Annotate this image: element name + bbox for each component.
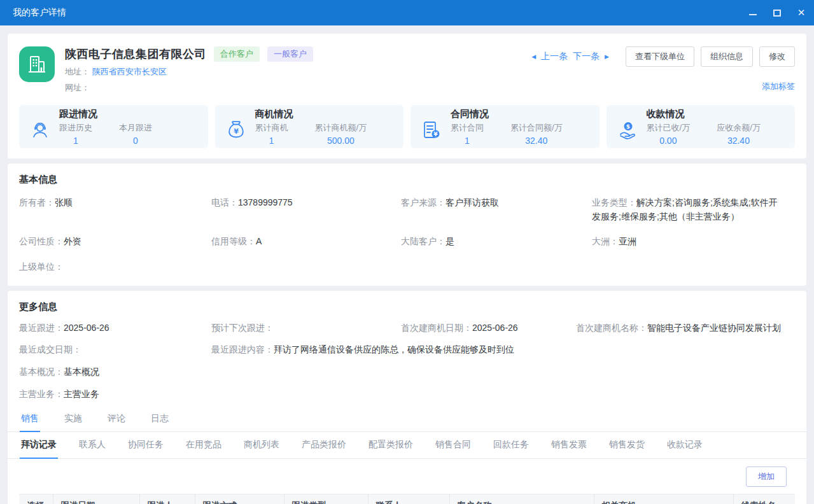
minimize-icon[interactable] [748, 8, 758, 18]
detail-card: 更多信息 最近跟进：2025-06-26 预计下次跟进： 首次建商机日期：202… [8, 291, 806, 504]
phone-label: 电话： [211, 197, 238, 207]
metric-label: 累计已收/万 [647, 122, 691, 134]
phone-value: 13789999775 [238, 197, 293, 207]
sub-tab-bar: 拜访记录 联系人 协同任务 在用竞品 商机列表 产品类报价 配置类报价 销售合同… [8, 432, 806, 459]
subtab-competitors[interactable]: 在用竞品 [185, 432, 223, 458]
metric-label: 累计商机 [255, 122, 288, 134]
follow-content-value: 拜访了网络通信设备供应的陈总，确保设备供应能够及时到位 [274, 344, 514, 354]
continent-label: 大洲： [592, 236, 619, 246]
subtab-config-quotes[interactable]: 配置类报价 [367, 432, 414, 458]
metric-value: 0 [119, 136, 152, 146]
website-label: 网址： [65, 83, 90, 92]
contract-icon: ¥ [421, 120, 442, 140]
credit-label: 信用等级： [211, 236, 256, 246]
subtab-payment-tasks[interactable]: 回款任务 [492, 432, 530, 458]
col-select: 选择 [19, 494, 53, 504]
next-record-link[interactable]: 下一条 [573, 51, 600, 62]
page-body: 陕西电子信息集团有限公司 合作客户 一般客户 地址： 陕西省西安市长安区 网址：… [0, 25, 814, 504]
company-nature-label: 公司性质： [19, 236, 64, 246]
col-follow-date: 跟进日期 [53, 494, 139, 504]
owner-value: 张顺 [55, 197, 73, 207]
tag-partner-customer: 合作客户 [214, 46, 260, 62]
address-link[interactable]: 陕西省西安市长安区 [92, 67, 167, 76]
subtab-payment-records[interactable]: 收款记录 [666, 432, 704, 458]
profile-value: 基本概况 [64, 367, 99, 377]
collect-payment-icon: $ [617, 120, 638, 140]
first-opp-name-value: 智能电子设备产业链协同发展计划 [647, 323, 781, 333]
metric-label: 累计合同额/万 [510, 122, 563, 134]
first-opp-date-label: 首次建商机日期： [401, 323, 472, 333]
col-related-opportunity: 相关商机 [594, 494, 733, 504]
svg-text:¥: ¥ [434, 131, 438, 137]
tab-implementation[interactable]: 实施 [63, 409, 83, 431]
last-follow-label: 最近跟进： [19, 323, 64, 333]
address-label: 地址： [65, 67, 90, 76]
metric-label: 应收余额/万 [717, 122, 761, 134]
mainland-value: 是 [446, 236, 454, 246]
subtab-sales-invoices[interactable]: 销售发票 [550, 432, 588, 458]
main-tab-bar: 销售 实施 评论 日志 [8, 409, 806, 432]
prev-record-link[interactable]: 上一条 [541, 51, 568, 62]
source-value: 客户拜访获取 [446, 197, 499, 207]
next-follow-label: 预计下次跟进： [211, 323, 274, 333]
window-title: 我的客户详情 [13, 7, 66, 18]
main-biz-label: 主营业务： [19, 389, 64, 399]
subtab-collab-tasks[interactable]: 协同任务 [127, 432, 165, 458]
main-biz-value: 主营业务 [64, 389, 99, 399]
last-deal-label: 最近成交日期： [19, 344, 81, 354]
stat-card-opportunity: ¥ 商机情况 累计商机 1 累计商机额/万 500.00 [215, 105, 404, 148]
close-icon[interactable]: ✕ [796, 8, 806, 18]
company-nature-value: 外资 [64, 236, 81, 246]
metric-value: 0.00 [647, 136, 691, 146]
subtab-sales-shipments[interactable]: 销售发货 [608, 432, 646, 458]
metric-value: 32.40 [717, 136, 761, 146]
company-name: 陕西电子信息集团有限公司 [65, 46, 206, 62]
source-label: 客户来源： [401, 197, 446, 207]
follow-content-label: 最近跟进内容： [211, 344, 274, 354]
col-lead-name: 线索姓名 [733, 494, 795, 504]
customer-summary-card: 陕西电子信息集团有限公司 合作客户 一般客户 地址： 陕西省西安市长安区 网址：… [8, 34, 806, 158]
col-follow-type: 跟进类型 [284, 494, 368, 504]
add-button[interactable]: 增加 [746, 466, 787, 487]
mainland-label: 大陆客户： [401, 236, 446, 246]
metric-value: 1 [255, 136, 288, 146]
stat-card-contract: ¥ 合同情况 累计合同 1 累计合同额/万 32.40 [411, 105, 600, 148]
add-tag-link[interactable]: 添加标签 [762, 81, 795, 92]
edit-button[interactable]: 修改 [759, 46, 795, 67]
prev-arrow-icon[interactable]: ◀ [531, 53, 536, 60]
tag-general-customer: 一般客户 [267, 46, 313, 62]
website-row: 网址： [65, 82, 521, 94]
subtab-product-quotes[interactable]: 产品类报价 [300, 432, 347, 458]
tab-comments[interactable]: 评论 [106, 409, 127, 431]
money-bag-icon: ¥ [226, 120, 246, 140]
col-follower: 跟进人 [139, 494, 195, 504]
visit-records-table: 选择 跟进日期 跟进人 跟进方式 跟进类型 联系人 客户名称 相关商机 线索姓名 [19, 494, 795, 504]
svg-text:¥: ¥ [234, 127, 239, 136]
table-header-row: 选择 跟进日期 跟进人 跟进方式 跟进类型 联系人 客户名称 相关商机 线索姓名 [19, 494, 795, 504]
view-sub-units-button[interactable]: 查看下级单位 [626, 46, 694, 67]
profile-label: 基本概况： [19, 367, 64, 377]
building-icon [26, 53, 48, 75]
metric-label: 本月跟进 [119, 122, 152, 134]
org-info-button[interactable]: 组织信息 [701, 46, 753, 67]
subtab-visit-records[interactable]: 拜访记录 [20, 432, 58, 459]
tab-logs[interactable]: 日志 [150, 409, 170, 431]
next-arrow-icon[interactable]: ▶ [605, 53, 609, 60]
credit-value: A [256, 236, 262, 246]
subtab-contacts[interactable]: 联系人 [78, 432, 107, 458]
tab-sales[interactable]: 销售 [20, 409, 40, 432]
subtab-sales-contracts[interactable]: 销售合同 [434, 432, 472, 458]
subtab-opportunities[interactable]: 商机列表 [242, 432, 281, 458]
window-titlebar: 我的客户详情 ✕ [0, 0, 814, 25]
address-row: 地址： 陕西省西安市长安区 [65, 66, 521, 78]
company-avatar [19, 46, 55, 82]
continent-value: 亚洲 [619, 236, 636, 246]
stats-row: 跟进情况 跟进历史 1 本月跟进 0 [19, 105, 795, 148]
owner-label: 所有者： [19, 197, 55, 207]
maximize-icon[interactable] [772, 8, 782, 18]
svg-text:$: $ [626, 123, 629, 130]
metric-value: 1 [59, 136, 92, 146]
first-opp-date-value: 2025-06-26 [472, 323, 518, 333]
last-follow-value: 2025-06-26 [64, 323, 109, 333]
metric-label: 累计合同 [451, 122, 484, 134]
